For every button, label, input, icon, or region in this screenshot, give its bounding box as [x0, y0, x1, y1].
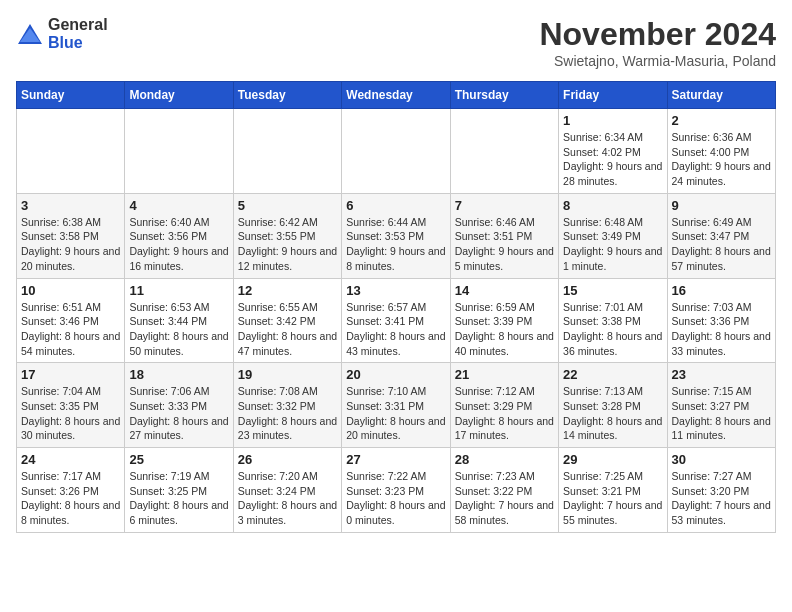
day-info: Sunrise: 6:46 AM Sunset: 3:51 PM Dayligh… [455, 215, 554, 274]
calendar-cell: 12Sunrise: 6:55 AM Sunset: 3:42 PM Dayli… [233, 278, 341, 363]
day-info: Sunrise: 6:36 AM Sunset: 4:00 PM Dayligh… [672, 130, 771, 189]
day-info: Sunrise: 7:06 AM Sunset: 3:33 PM Dayligh… [129, 384, 228, 443]
calendar-cell: 17Sunrise: 7:04 AM Sunset: 3:35 PM Dayli… [17, 363, 125, 448]
day-number: 5 [238, 198, 337, 213]
day-info: Sunrise: 7:08 AM Sunset: 3:32 PM Dayligh… [238, 384, 337, 443]
day-info: Sunrise: 6:51 AM Sunset: 3:46 PM Dayligh… [21, 300, 120, 359]
day-number: 20 [346, 367, 445, 382]
calendar-cell: 5Sunrise: 6:42 AM Sunset: 3:55 PM Daylig… [233, 193, 341, 278]
day-number: 23 [672, 367, 771, 382]
svg-marker-1 [20, 28, 40, 42]
day-number: 2 [672, 113, 771, 128]
calendar-week-row: 3Sunrise: 6:38 AM Sunset: 3:58 PM Daylig… [17, 193, 776, 278]
day-number: 12 [238, 283, 337, 298]
day-number: 19 [238, 367, 337, 382]
day-number: 25 [129, 452, 228, 467]
calendar-cell: 4Sunrise: 6:40 AM Sunset: 3:56 PM Daylig… [125, 193, 233, 278]
calendar-cell: 2Sunrise: 6:36 AM Sunset: 4:00 PM Daylig… [667, 109, 775, 194]
calendar-cell: 28Sunrise: 7:23 AM Sunset: 3:22 PM Dayli… [450, 448, 558, 533]
logo-text: General Blue [48, 16, 108, 52]
day-number: 1 [563, 113, 662, 128]
calendar-cell: 20Sunrise: 7:10 AM Sunset: 3:31 PM Dayli… [342, 363, 450, 448]
day-info: Sunrise: 6:48 AM Sunset: 3:49 PM Dayligh… [563, 215, 662, 274]
calendar-cell: 10Sunrise: 6:51 AM Sunset: 3:46 PM Dayli… [17, 278, 125, 363]
calendar-week-row: 17Sunrise: 7:04 AM Sunset: 3:35 PM Dayli… [17, 363, 776, 448]
calendar-cell: 30Sunrise: 7:27 AM Sunset: 3:20 PM Dayli… [667, 448, 775, 533]
weekday-header: Wednesday [342, 82, 450, 109]
day-number: 30 [672, 452, 771, 467]
page-header: General Blue November 2024 Swietajno, Wa… [16, 16, 776, 69]
day-info: Sunrise: 6:49 AM Sunset: 3:47 PM Dayligh… [672, 215, 771, 274]
day-number: 4 [129, 198, 228, 213]
day-number: 11 [129, 283, 228, 298]
day-number: 27 [346, 452, 445, 467]
calendar-cell: 14Sunrise: 6:59 AM Sunset: 3:39 PM Dayli… [450, 278, 558, 363]
calendar-cell: 27Sunrise: 7:22 AM Sunset: 3:23 PM Dayli… [342, 448, 450, 533]
day-info: Sunrise: 6:42 AM Sunset: 3:55 PM Dayligh… [238, 215, 337, 274]
day-number: 26 [238, 452, 337, 467]
day-info: Sunrise: 7:20 AM Sunset: 3:24 PM Dayligh… [238, 469, 337, 528]
calendar-table: SundayMondayTuesdayWednesdayThursdayFrid… [16, 81, 776, 533]
calendar-cell: 11Sunrise: 6:53 AM Sunset: 3:44 PM Dayli… [125, 278, 233, 363]
day-number: 18 [129, 367, 228, 382]
day-info: Sunrise: 6:44 AM Sunset: 3:53 PM Dayligh… [346, 215, 445, 274]
day-info: Sunrise: 6:34 AM Sunset: 4:02 PM Dayligh… [563, 130, 662, 189]
calendar-cell: 19Sunrise: 7:08 AM Sunset: 3:32 PM Dayli… [233, 363, 341, 448]
day-info: Sunrise: 7:22 AM Sunset: 3:23 PM Dayligh… [346, 469, 445, 528]
calendar-cell: 26Sunrise: 7:20 AM Sunset: 3:24 PM Dayli… [233, 448, 341, 533]
calendar-cell: 6Sunrise: 6:44 AM Sunset: 3:53 PM Daylig… [342, 193, 450, 278]
day-number: 14 [455, 283, 554, 298]
logo-blue: Blue [48, 34, 83, 51]
calendar-cell: 8Sunrise: 6:48 AM Sunset: 3:49 PM Daylig… [559, 193, 667, 278]
calendar-week-row: 24Sunrise: 7:17 AM Sunset: 3:26 PM Dayli… [17, 448, 776, 533]
calendar-cell [342, 109, 450, 194]
day-info: Sunrise: 7:17 AM Sunset: 3:26 PM Dayligh… [21, 469, 120, 528]
day-number: 21 [455, 367, 554, 382]
calendar-cell: 25Sunrise: 7:19 AM Sunset: 3:25 PM Dayli… [125, 448, 233, 533]
day-number: 28 [455, 452, 554, 467]
day-info: Sunrise: 6:53 AM Sunset: 3:44 PM Dayligh… [129, 300, 228, 359]
day-number: 3 [21, 198, 120, 213]
calendar-cell: 18Sunrise: 7:06 AM Sunset: 3:33 PM Dayli… [125, 363, 233, 448]
day-info: Sunrise: 7:01 AM Sunset: 3:38 PM Dayligh… [563, 300, 662, 359]
calendar-week-row: 10Sunrise: 6:51 AM Sunset: 3:46 PM Dayli… [17, 278, 776, 363]
day-info: Sunrise: 6:59 AM Sunset: 3:39 PM Dayligh… [455, 300, 554, 359]
day-number: 22 [563, 367, 662, 382]
day-info: Sunrise: 7:19 AM Sunset: 3:25 PM Dayligh… [129, 469, 228, 528]
day-number: 9 [672, 198, 771, 213]
calendar-cell [450, 109, 558, 194]
weekday-header: Tuesday [233, 82, 341, 109]
calendar-cell: 29Sunrise: 7:25 AM Sunset: 3:21 PM Dayli… [559, 448, 667, 533]
calendar-cell: 1Sunrise: 6:34 AM Sunset: 4:02 PM Daylig… [559, 109, 667, 194]
day-number: 17 [21, 367, 120, 382]
weekday-header: Friday [559, 82, 667, 109]
day-number: 15 [563, 283, 662, 298]
day-info: Sunrise: 7:27 AM Sunset: 3:20 PM Dayligh… [672, 469, 771, 528]
weekday-header: Thursday [450, 82, 558, 109]
day-number: 6 [346, 198, 445, 213]
calendar-cell: 16Sunrise: 7:03 AM Sunset: 3:36 PM Dayli… [667, 278, 775, 363]
calendar-cell: 7Sunrise: 6:46 AM Sunset: 3:51 PM Daylig… [450, 193, 558, 278]
calendar-week-row: 1Sunrise: 6:34 AM Sunset: 4:02 PM Daylig… [17, 109, 776, 194]
weekday-header: Sunday [17, 82, 125, 109]
day-number: 29 [563, 452, 662, 467]
calendar-cell: 21Sunrise: 7:12 AM Sunset: 3:29 PM Dayli… [450, 363, 558, 448]
day-number: 8 [563, 198, 662, 213]
day-info: Sunrise: 7:13 AM Sunset: 3:28 PM Dayligh… [563, 384, 662, 443]
day-info: Sunrise: 6:57 AM Sunset: 3:41 PM Dayligh… [346, 300, 445, 359]
month-title: November 2024 [539, 16, 776, 53]
calendar-cell: 22Sunrise: 7:13 AM Sunset: 3:28 PM Dayli… [559, 363, 667, 448]
calendar-cell: 9Sunrise: 6:49 AM Sunset: 3:47 PM Daylig… [667, 193, 775, 278]
calendar-cell [17, 109, 125, 194]
calendar-cell: 24Sunrise: 7:17 AM Sunset: 3:26 PM Dayli… [17, 448, 125, 533]
logo-general: General [48, 16, 108, 33]
calendar-cell [233, 109, 341, 194]
calendar-cell: 23Sunrise: 7:15 AM Sunset: 3:27 PM Dayli… [667, 363, 775, 448]
day-info: Sunrise: 6:38 AM Sunset: 3:58 PM Dayligh… [21, 215, 120, 274]
day-number: 24 [21, 452, 120, 467]
day-number: 13 [346, 283, 445, 298]
calendar-cell [125, 109, 233, 194]
location-subtitle: Swietajno, Warmia-Masuria, Poland [539, 53, 776, 69]
day-number: 16 [672, 283, 771, 298]
day-info: Sunrise: 7:12 AM Sunset: 3:29 PM Dayligh… [455, 384, 554, 443]
